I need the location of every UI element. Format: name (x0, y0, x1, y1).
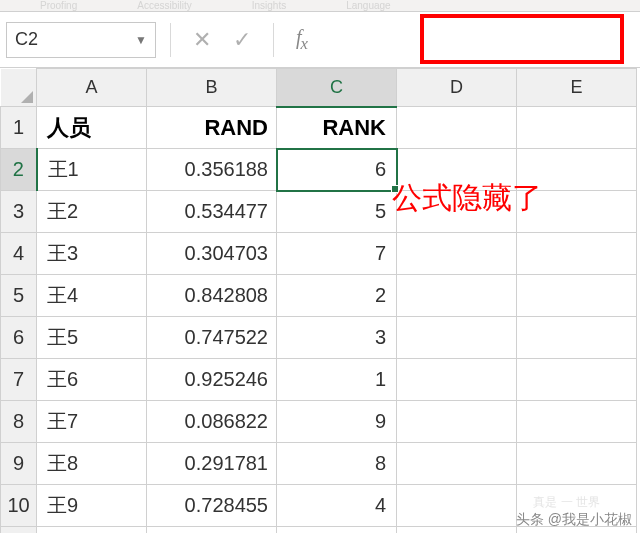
ribbon-fragment: Proofing Accessibility Insights Language (0, 0, 640, 12)
select-all-corner[interactable] (1, 69, 37, 107)
cell-C3[interactable]: 5 (277, 191, 397, 233)
cell-C1[interactable]: RANK (277, 107, 397, 149)
cell-A1[interactable]: 人员 (37, 107, 147, 149)
cell-A11[interactable]: 王10 (37, 527, 147, 534)
cell-B8[interactable]: 0.086822 (147, 401, 277, 443)
cell-A7[interactable]: 王6 (37, 359, 147, 401)
cell-D5[interactable] (397, 275, 517, 317)
annotation-text: 公式隐藏了 (392, 178, 542, 219)
cell-E6[interactable] (517, 317, 637, 359)
separator (273, 23, 274, 57)
row-header-11[interactable]: 11 (1, 527, 37, 534)
cell-D7[interactable] (397, 359, 517, 401)
cancel-icon[interactable]: ✕ (185, 23, 219, 57)
cell-C11[interactable]: 10 (277, 527, 397, 534)
cell-C6[interactable]: 3 (277, 317, 397, 359)
col-header-C[interactable]: C (277, 69, 397, 107)
enter-icon[interactable]: ✓ (225, 23, 259, 57)
cell-D9[interactable] (397, 443, 517, 485)
cell-B3[interactable]: 0.534477 (147, 191, 277, 233)
name-box-value: C2 (15, 29, 38, 50)
cell-C4[interactable]: 7 (277, 233, 397, 275)
cell-A3[interactable]: 王2 (37, 191, 147, 233)
cell-A6[interactable]: 王5 (37, 317, 147, 359)
cell-C7[interactable]: 1 (277, 359, 397, 401)
row-header-1[interactable]: 1 (1, 107, 37, 149)
cell-E1[interactable] (517, 107, 637, 149)
cell-B9[interactable]: 0.291781 (147, 443, 277, 485)
cell-D1[interactable] (397, 107, 517, 149)
cell-C2[interactable]: 6 (277, 149, 397, 191)
cell-E9[interactable] (517, 443, 637, 485)
fx-icon[interactable]: fx (288, 26, 311, 54)
row-header-4[interactable]: 4 (1, 233, 37, 275)
cell-D4[interactable] (397, 233, 517, 275)
cell-C9[interactable]: 8 (277, 443, 397, 485)
cell-A5[interactable]: 王4 (37, 275, 147, 317)
col-header-A[interactable]: A (37, 69, 147, 107)
cell-D8[interactable] (397, 401, 517, 443)
cell-A2[interactable]: 王1 (37, 149, 147, 191)
cell-B2[interactable]: 0.356188 (147, 149, 277, 191)
cell-A4[interactable]: 王3 (37, 233, 147, 275)
cell-C10[interactable]: 4 (277, 485, 397, 527)
row-header-2[interactable]: 2 (1, 149, 37, 191)
row-header-8[interactable]: 8 (1, 401, 37, 443)
cell-A9[interactable]: 王8 (37, 443, 147, 485)
cell-B10[interactable]: 0.728455 (147, 485, 277, 527)
formula-input[interactable] (317, 22, 634, 58)
cell-E7[interactable] (517, 359, 637, 401)
cell-C5[interactable]: 2 (277, 275, 397, 317)
col-header-E[interactable]: E (517, 69, 637, 107)
row-header-7[interactable]: 7 (1, 359, 37, 401)
col-header-B[interactable]: B (147, 69, 277, 107)
cell-B7[interactable]: 0.925246 (147, 359, 277, 401)
row-header-6[interactable]: 6 (1, 317, 37, 359)
col-header-D[interactable]: D (397, 69, 517, 107)
separator (170, 23, 171, 57)
formula-bar: C2 ▼ ✕ ✓ fx (0, 12, 640, 68)
cell-B6[interactable]: 0.747522 (147, 317, 277, 359)
row-header-10[interactable]: 10 (1, 485, 37, 527)
cell-D6[interactable] (397, 317, 517, 359)
row-header-5[interactable]: 5 (1, 275, 37, 317)
cell-E4[interactable] (517, 233, 637, 275)
cell-E5[interactable] (517, 275, 637, 317)
cell-A10[interactable]: 王9 (37, 485, 147, 527)
cell-E8[interactable] (517, 401, 637, 443)
cell-B1[interactable]: RAND (147, 107, 277, 149)
row-header-3[interactable]: 3 (1, 191, 37, 233)
cell-B4[interactable]: 0.304703 (147, 233, 277, 275)
worksheet[interactable]: ABCDE1人员RANDRANK2王10.35618863王20.5344775… (0, 68, 640, 533)
row-header-9[interactable]: 9 (1, 443, 37, 485)
cell-D10[interactable] (397, 485, 517, 527)
watermark-secondary: 真是 一 世界 (533, 494, 600, 511)
cell-C8[interactable]: 9 (277, 401, 397, 443)
cell-D11[interactable] (397, 527, 517, 534)
cell-A8[interactable]: 王7 (37, 401, 147, 443)
cell-B11[interactable]: 0.039279 (147, 527, 277, 534)
name-box[interactable]: C2 ▼ (6, 22, 156, 58)
chevron-down-icon[interactable]: ▼ (135, 33, 147, 47)
cell-B5[interactable]: 0.842808 (147, 275, 277, 317)
watermark: 头条 @我是小花椒 (516, 511, 632, 529)
